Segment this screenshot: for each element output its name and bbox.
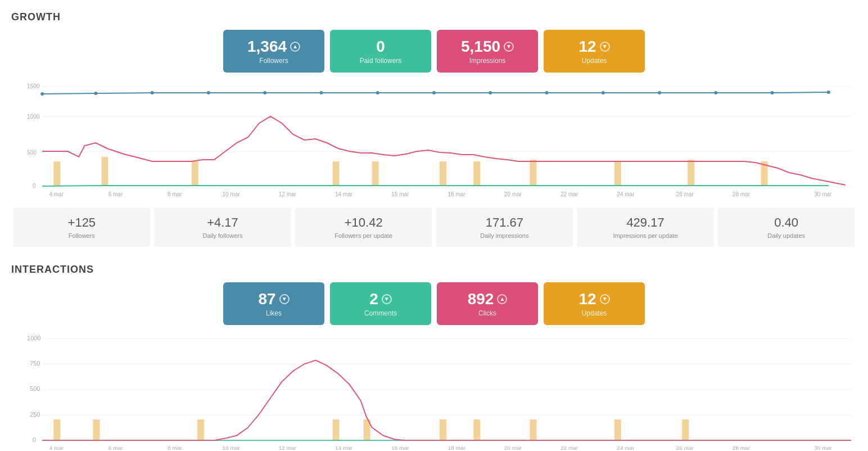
- svg-text:16 mar: 16 mar: [391, 191, 409, 197]
- growth-followers-label: Followers: [240, 57, 308, 65]
- svg-text:14 mar: 14 mar: [335, 445, 353, 451]
- svg-rect-61: [333, 420, 340, 441]
- metric-daily-updates-label: Daily updates: [722, 232, 850, 239]
- growth-stat-cards: 1,364 ▲ Followers 0 Paid followers 5,150…: [11, 30, 857, 73]
- svg-text:24 mar: 24 mar: [617, 445, 635, 451]
- svg-text:22 mar: 22 mar: [560, 191, 578, 197]
- interactions-updates-value: 12: [578, 290, 596, 308]
- svg-text:20 mar: 20 mar: [504, 191, 522, 197]
- svg-rect-8: [53, 161, 60, 186]
- svg-rect-65: [530, 420, 536, 441]
- svg-text:1000: 1000: [27, 335, 41, 341]
- svg-point-32: [771, 91, 774, 94]
- metric-daily-followers-value: +4.17: [159, 215, 287, 230]
- svg-text:1000: 1000: [27, 114, 40, 120]
- svg-rect-17: [688, 160, 694, 186]
- growth-card-updates: 12 ▼ Updates: [544, 30, 645, 73]
- growth-impressions-value: 5,150: [461, 38, 500, 56]
- svg-text:500: 500: [27, 150, 37, 156]
- svg-text:0: 0: [33, 183, 36, 189]
- svg-text:30 mar: 30 mar: [814, 445, 832, 451]
- svg-text:26 mar: 26 mar: [676, 445, 694, 451]
- growth-card-followers: 1,364 ▲ Followers: [223, 30, 324, 73]
- interactions-likes-value: 87: [258, 290, 275, 308]
- svg-point-19: [40, 92, 44, 96]
- growth-paid-value: 0: [376, 38, 385, 56]
- metric-followers-per-update: +10.42 Followers per update: [295, 208, 432, 247]
- svg-text:8 mar: 8 mar: [168, 191, 182, 197]
- svg-rect-12: [372, 161, 379, 186]
- svg-text:250: 250: [30, 411, 40, 418]
- svg-text:10 mar: 10 mar: [222, 191, 240, 197]
- growth-section: GROWTH 1,364 ▲ Followers 0 Paid follower…: [11, 11, 857, 247]
- metric-daily-updates: 0.40 Daily updates: [718, 208, 855, 247]
- growth-card-impressions: 5,150 ▼ Impressions: [437, 30, 538, 73]
- svg-text:6 mar: 6 mar: [108, 191, 123, 197]
- svg-point-25: [376, 91, 379, 94]
- metric-followers-value: +125: [18, 215, 146, 230]
- svg-text:4 mar: 4 mar: [49, 191, 64, 197]
- svg-text:10 mar: 10 mar: [222, 445, 240, 451]
- interactions-comments-arrow: ▼: [382, 294, 392, 304]
- metric-followers-label: Followers: [18, 232, 146, 239]
- metric-daily-followers-label: Daily followers: [159, 232, 287, 239]
- metric-daily-impressions-value: 171.67: [441, 215, 568, 230]
- interactions-chart: 1000 750 500 250 0: [11, 331, 857, 451]
- growth-updates-arrow: ▼: [600, 42, 610, 52]
- metric-followers-per-update-value: +10.42: [300, 215, 427, 230]
- metric-daily-impressions-label: Daily impressions: [441, 232, 568, 239]
- growth-impressions-label: Impressions: [454, 57, 521, 65]
- svg-rect-10: [192, 161, 198, 186]
- svg-rect-64: [473, 420, 480, 441]
- svg-text:750: 750: [30, 360, 40, 367]
- interactions-likes-label: Likes: [240, 309, 308, 317]
- interactions-clicks-value: 892: [468, 290, 494, 308]
- svg-text:12 mar: 12 mar: [279, 191, 297, 197]
- svg-rect-63: [440, 420, 446, 441]
- svg-text:28 mar: 28 mar: [733, 445, 751, 451]
- svg-text:500: 500: [30, 385, 40, 392]
- svg-text:30 mar: 30 mar: [814, 191, 832, 197]
- metric-impressions-per-update-label: Impressions per update: [582, 232, 709, 239]
- interactions-card-likes: 87 ▼ Likes: [223, 282, 324, 325]
- svg-rect-9: [101, 157, 108, 186]
- interactions-updates-label: Updates: [560, 309, 628, 317]
- svg-text:14 mar: 14 mar: [335, 191, 353, 197]
- metric-daily-updates-value: 0.40: [722, 215, 850, 230]
- svg-rect-13: [440, 161, 446, 186]
- growth-metrics: +125 Followers +4.17 Daily followers +10…: [11, 208, 857, 247]
- svg-text:4 mar: 4 mar: [49, 445, 64, 451]
- svg-text:28 mar: 28 mar: [733, 191, 751, 197]
- svg-text:16 mar: 16 mar: [391, 445, 409, 451]
- interactions-comments-value: 2: [369, 290, 378, 308]
- growth-impressions-arrow: ▼: [504, 42, 514, 52]
- interactions-clicks-arrow: ▲: [497, 294, 507, 304]
- interactions-comments-label: Comments: [347, 309, 414, 317]
- svg-rect-66: [614, 420, 621, 441]
- svg-rect-59: [93, 420, 100, 441]
- growth-updates-label: Updates: [560, 57, 628, 65]
- svg-rect-58: [53, 420, 60, 441]
- growth-card-paid-followers: 0 Paid followers: [330, 30, 431, 73]
- svg-point-26: [432, 91, 436, 94]
- growth-followers-arrow: ▲: [290, 42, 300, 52]
- growth-title: GROWTH: [11, 11, 857, 23]
- growth-paid-label: Paid followers: [347, 57, 414, 65]
- growth-chart: 1500 1000 500 0: [11, 78, 857, 202]
- metric-daily-followers: +4.17 Daily followers: [155, 208, 291, 247]
- svg-point-29: [602, 91, 605, 94]
- metric-impressions-per-update: 429.17 Impressions per update: [577, 208, 714, 247]
- svg-rect-11: [333, 161, 340, 186]
- svg-rect-60: [197, 420, 204, 441]
- svg-text:12 mar: 12 mar: [279, 445, 297, 451]
- metric-daily-impressions: 171.67 Daily impressions: [436, 208, 573, 247]
- svg-text:26 mar: 26 mar: [676, 191, 694, 197]
- interactions-card-updates: 12 ▼ Updates: [544, 282, 645, 325]
- growth-updates-value: 12: [578, 38, 596, 56]
- interactions-section: INTERACTIONS 87 ▼ Likes 2 ▼ Comments 892…: [11, 264, 857, 451]
- interactions-likes-arrow: ▼: [279, 294, 290, 304]
- svg-point-28: [545, 91, 549, 94]
- svg-rect-16: [614, 161, 621, 186]
- svg-text:24 mar: 24 mar: [617, 191, 635, 197]
- svg-point-23: [263, 91, 266, 94]
